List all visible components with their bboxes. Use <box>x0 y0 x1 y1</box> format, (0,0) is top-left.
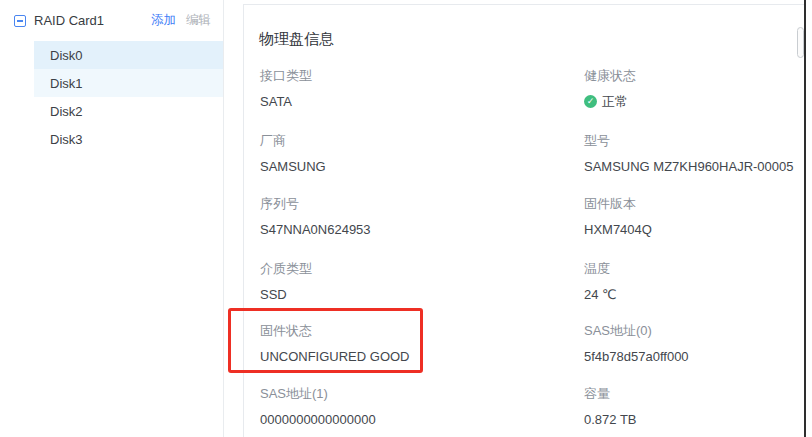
raid-card-actions: 添加 编辑 <box>151 12 211 29</box>
raid-card-node[interactable]: RAID Card1 添加 编辑 <box>0 0 223 41</box>
field-firmware-state: 固件状态 UNCONFIGURED GOOD <box>260 324 410 364</box>
field-value: SAMSUNG MZ7KH960HAJR-00005 <box>584 159 794 174</box>
disk-list: Disk0 Disk1 Disk2 Disk3 <box>34 41 223 153</box>
field-value: 5f4b78d57a0ff000 <box>584 349 689 364</box>
field-value: 0.872 TB <box>584 412 637 427</box>
field-label: 序列号 <box>260 197 371 211</box>
sidebar-item-disk3[interactable]: Disk3 <box>34 125 223 153</box>
field-label: 固件版本 <box>584 197 652 211</box>
health-ok-icon: ✓ <box>584 95 597 108</box>
field-label: 型号 <box>584 134 794 148</box>
sidebar-item-disk0[interactable]: Disk0 <box>34 41 223 69</box>
field-sas-address-0: SAS地址(0) 5f4b78d57a0ff000 <box>584 324 689 364</box>
field-temperature: 温度 24 ℃ <box>584 262 617 302</box>
window-edge-line <box>804 0 806 437</box>
field-value: UNCONFIGURED GOOD <box>260 349 410 364</box>
field-label: 容量 <box>584 387 637 401</box>
field-model: 型号 SAMSUNG MZ7KH960HAJR-00005 <box>584 134 794 174</box>
sidebar-item-disk1[interactable]: Disk1 <box>34 69 223 97</box>
field-interface-type: 接口类型 SATA <box>260 69 312 109</box>
field-value: SATA <box>260 94 312 109</box>
disk-tree-sidebar: RAID Card1 添加 编辑 Disk0 Disk1 Disk2 Disk3 <box>0 0 224 437</box>
field-value: HXM7404Q <box>584 222 652 237</box>
field-value: ✓ 正常 <box>584 94 636 109</box>
sidebar-item-disk2[interactable]: Disk2 <box>34 97 223 125</box>
physical-disk-info-panel: 物理盘信息 接口类型 SATA 健康状态 ✓ 正常 厂商 SAMSUNG 型号 … <box>243 4 805 437</box>
field-label: 厂商 <box>260 134 326 148</box>
field-value: SSD <box>260 287 312 302</box>
field-label: 健康状态 <box>584 69 636 83</box>
field-firmware-version: 固件版本 HXM7404Q <box>584 197 652 237</box>
field-value: S47NNA0N624953 <box>260 222 371 237</box>
field-serial-number: 序列号 S47NNA0N624953 <box>260 197 371 237</box>
vertical-scrollbar-thumb[interactable] <box>797 27 804 58</box>
raid-card-label: RAID Card1 <box>34 13 104 28</box>
field-vendor: 厂商 SAMSUNG <box>260 134 326 174</box>
field-health-status: 健康状态 ✓ 正常 <box>584 69 636 109</box>
collapse-icon[interactable] <box>14 15 26 27</box>
field-label: SAS地址(1) <box>260 387 376 401</box>
field-capacity: 容量 0.872 TB <box>584 387 637 427</box>
field-label: 温度 <box>584 262 617 276</box>
field-value: 24 ℃ <box>584 287 617 302</box>
field-label: SAS地址(0) <box>584 324 689 338</box>
field-sas-address-1: SAS地址(1) 0000000000000000 <box>260 387 376 427</box>
health-status-text: 正常 <box>602 94 628 109</box>
add-link[interactable]: 添加 <box>151 12 176 29</box>
field-label: 接口类型 <box>260 69 312 83</box>
edit-link[interactable]: 编辑 <box>186 12 211 29</box>
field-value: 0000000000000000 <box>260 412 376 427</box>
page-title: 物理盘信息 <box>259 30 334 49</box>
field-media-type: 介质类型 SSD <box>260 262 312 302</box>
field-label: 介质类型 <box>260 262 312 276</box>
field-label: 固件状态 <box>260 324 410 338</box>
field-value: SAMSUNG <box>260 159 326 174</box>
